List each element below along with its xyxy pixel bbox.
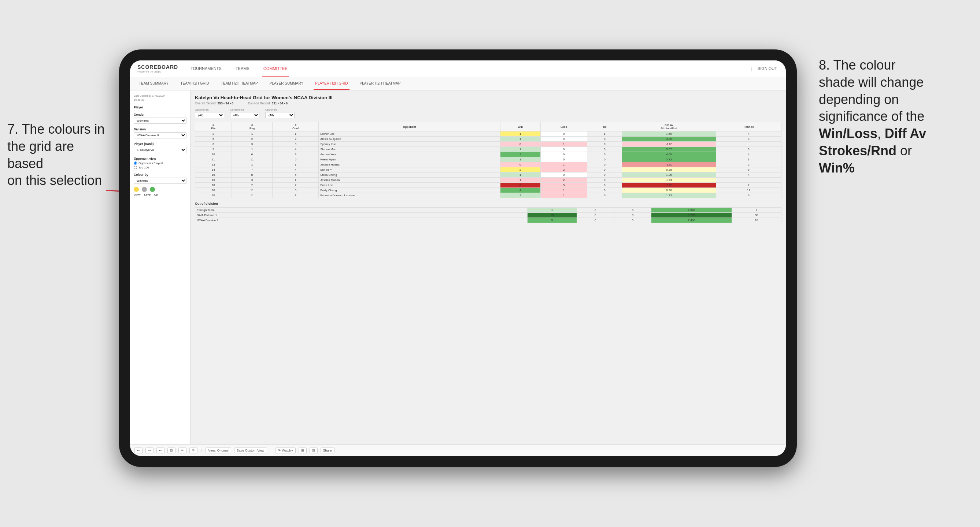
- filter-opponents: Opponents: (All): [195, 108, 224, 118]
- sidebar-player-rank-label: Player (Rank): [134, 142, 186, 146]
- nav-pipe: |: [751, 67, 752, 71]
- toolbar-save-custom[interactable]: Save Custom View: [234, 448, 267, 453]
- filter-conference-label: Conference: [230, 108, 259, 111]
- subnav-team-h2h-grid[interactable]: TEAM H2H GRID: [179, 78, 211, 90]
- toolbar-watch[interactable]: 👁 Watch▾: [275, 448, 296, 453]
- subnav-player-h2h-grid[interactable]: PLAYER H2H GRID: [313, 78, 349, 90]
- sidebar-colour-select[interactable]: Win/loss: [134, 178, 186, 184]
- logo-sub: Powered by clippd: [137, 70, 178, 73]
- annotation-right: 8. The colour shade will change dependin…: [819, 57, 973, 177]
- toolbar-share[interactable]: Share: [321, 448, 334, 453]
- toolbar-undo[interactable]: ↩: [134, 448, 143, 453]
- legend-dot-level: [142, 187, 147, 192]
- sidebar-player-rank-select[interactable]: 8. Katelyn Vo: [134, 147, 186, 153]
- sidebar-gender-select[interactable]: Women's: [134, 117, 186, 124]
- toolbar-sep1: |: [201, 449, 202, 452]
- table-row: 15 8 5 Stella Cheng 1 0 0 1.25 4: [195, 173, 781, 178]
- table-row: 20 11 6 Emily Chang 4 1 0 0.30 11: [195, 188, 781, 193]
- logo-area: SCOREBOARD Powered by clippd: [137, 64, 178, 73]
- annotation-left: 7. The colours in the grid are based on …: [7, 121, 110, 189]
- sidebar-radio-opponents-label: Opponents Played: [138, 162, 163, 165]
- subnav-player-summary[interactable]: PLAYER SUMMARY: [268, 78, 305, 90]
- ood-table-row: Foreign Team 1 0 0 4.500 2: [195, 208, 781, 213]
- main-content: Last Updated: 27/03/2024 16:55:38 Player…: [130, 90, 786, 444]
- overall-record-label: Overall Record:: [195, 102, 216, 105]
- toolbar-undo2[interactable]: ↩: [156, 448, 164, 453]
- toolbar-redo[interactable]: ↪: [145, 448, 153, 453]
- toolbar-cut[interactable]: ✂: [178, 448, 186, 453]
- annotation-left-text: 7. The colours in: [7, 122, 104, 137]
- bottom-toolbar: ↩ ↪ ↩ ⊡ ✂ ⟳ | View: Original Save Custom…: [130, 444, 786, 456]
- out-of-division-header: Out of division: [195, 202, 781, 205]
- toolbar-refresh[interactable]: ⟳: [189, 448, 197, 453]
- table-row: 3 1 1 Esther Lee 1 0 1 1.50 4: [195, 132, 781, 137]
- nav-committee[interactable]: COMMITTEE: [262, 61, 289, 76]
- table-row: 9 1 4 Sharon Mun 1 0 0 3.67 3: [195, 147, 781, 152]
- annotation-bold2: Diff Av: [885, 126, 926, 141]
- table-row: 6 3 3 Sydney Kuo 0 1 0 -1.00: [195, 142, 781, 147]
- legend-label-level: Level: [144, 193, 151, 196]
- sidebar-player-label: Player: [134, 105, 186, 109]
- subnav-team-h2h-heatmap[interactable]: TEAM H2H HEATMAP: [220, 78, 259, 90]
- sidebar-division-section: Division NCAA Division III: [134, 127, 186, 138]
- toolbar-grid[interactable]: ⊡: [167, 448, 175, 453]
- subnav-player-h2h-heatmap[interactable]: PLAYER H2H HEATMAP: [358, 78, 402, 90]
- ood-table-row: NAIA Division 1 15 0 0 9.267 30: [195, 213, 781, 218]
- sidebar-gender-section: Gender Women's: [134, 113, 186, 124]
- filter-opponent: Opponent (All): [265, 108, 294, 118]
- filters-row: Opponents: (All) Conference (All) Oppone…: [195, 108, 781, 118]
- legend-label-up: Up: [154, 193, 158, 196]
- filter-opponent-select[interactable]: (All): [265, 112, 294, 118]
- sidebar-opponent-view-section: Opponent view Opponents Played Top 100: [134, 157, 186, 169]
- top-nav: SCOREBOARD Powered by clippd TOURNAMENTS…: [130, 60, 786, 77]
- sidebar-radio-opponents-input[interactable]: [134, 162, 137, 165]
- nav-sign-out[interactable]: Sign out: [756, 61, 778, 76]
- annotation-right-line2: shade will change: [819, 75, 924, 90]
- sub-nav: TEAM SUMMARY TEAM H2H GRID TEAM H2H HEAT…: [130, 77, 786, 90]
- col-win: Win: [500, 122, 540, 132]
- sidebar-radio-top100[interactable]: Top 100: [134, 166, 186, 169]
- sidebar-radio-opponents[interactable]: Opponents Played: [134, 162, 186, 165]
- col-opponent: Opponent: [319, 122, 500, 132]
- sidebar-player-rank-section: Player (Rank) 8. Katelyn Vo: [134, 142, 186, 153]
- nav-right: | Sign out: [751, 61, 778, 76]
- annotation-right-line4: significance of the: [819, 109, 924, 124]
- sidebar-division-select[interactable]: NCAA Division III: [134, 132, 186, 138]
- ood-table-row: NCAA Division 2 5 0 0 7.400 10: [195, 218, 781, 223]
- col-rounds: Rounds: [716, 122, 781, 132]
- annotation-right-line1: 8. The colour: [819, 57, 896, 73]
- overall-record: Overall Record: 353 - 34 - 6: [195, 102, 233, 105]
- filter-opponents-select[interactable]: (All): [195, 112, 224, 118]
- col-diff: Diff AvStrokes/Rnd: [622, 122, 716, 132]
- annotation-bold3: Strokes/Rnd: [819, 143, 896, 158]
- sidebar-radio-group: Opponents Played Top 100: [134, 162, 186, 169]
- toolbar-layout2[interactable]: ⊡: [310, 448, 318, 453]
- out-of-division-table: Foreign Team 1 0 0 4.500 2 NAIA Division…: [195, 207, 781, 223]
- overall-record-value: 353 - 34 - 6: [218, 102, 233, 105]
- sidebar: Last Updated: 27/03/2024 16:55:38 Player…: [130, 90, 191, 444]
- legend-dot-down: [134, 187, 139, 192]
- nav-teams[interactable]: TEAMS: [234, 61, 251, 76]
- logo-text: SCOREBOARD: [137, 64, 178, 70]
- table-row: 11 11 5 Heejo Hyun 1 0 0 3.33 3: [195, 157, 781, 162]
- col-loss: Loss: [540, 122, 587, 132]
- main-table: #Div #Reg #Conf Opponent Win Loss Tie Di…: [195, 122, 781, 198]
- subnav-team-summary[interactable]: TEAM SUMMARY: [137, 78, 170, 90]
- filter-opponent-label: Opponent: [265, 108, 294, 111]
- filter-opponents-label: Opponents:: [195, 108, 224, 111]
- filter-conference-select[interactable]: (All): [230, 112, 259, 118]
- annotation-left-text2: the grid are based: [7, 139, 74, 171]
- sidebar-radio-top100-input[interactable]: [134, 166, 137, 169]
- toolbar-layout1[interactable]: ⊞: [299, 448, 307, 453]
- sidebar-gender-label: Gender: [134, 113, 186, 116]
- sidebar-player-section: Player: [134, 105, 186, 109]
- toolbar-view-original[interactable]: View: Original: [205, 448, 231, 453]
- sidebar-timestamp: Last Updated: 27/03/2024 16:55:38: [134, 94, 186, 102]
- table-row: 20 11 7 Federica Domecq Lacroze 2 1 0 1.…: [195, 193, 781, 198]
- division-record: Division Record: 331 - 34 - 6: [248, 102, 288, 105]
- tablet-frame: SCOREBOARD Powered by clippd TOURNAMENTS…: [119, 49, 797, 467]
- nav-tournaments[interactable]: TOURNAMENTS: [189, 61, 223, 76]
- legend-dot-up: [150, 187, 155, 192]
- sidebar-division-label: Division: [134, 127, 186, 131]
- sidebar-opponent-view-label: Opponent view: [134, 157, 186, 160]
